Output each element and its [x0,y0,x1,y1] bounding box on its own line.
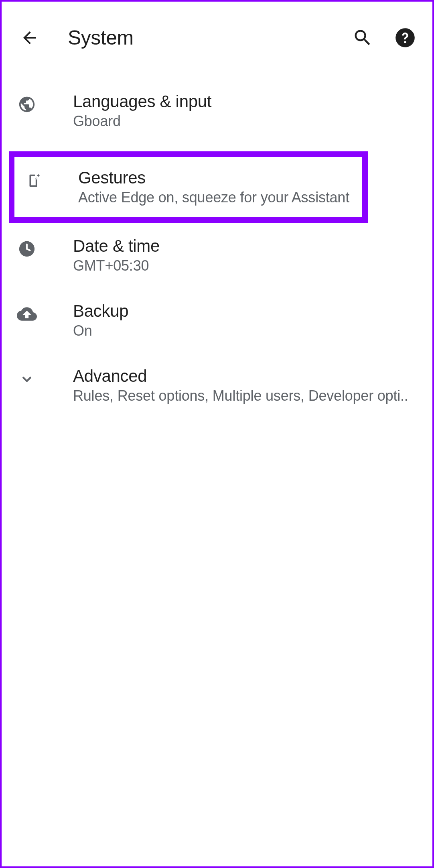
setting-item-gestures[interactable]: Gestures Active Edge on, squeeze for you… [2,143,432,223]
header-actions [351,26,416,49]
setting-subtitle: Rules, Reset options, Multiple users, De… [73,387,416,404]
chevron-down-icon [17,369,37,389]
setting-subtitle: GMT+05:30 [73,257,416,274]
header: System [2,2,432,70]
setting-title: Languages & input [73,92,416,111]
setting-item-backup[interactable]: Backup On [2,288,432,353]
setting-title: Date & time [73,236,416,256]
gesture-icon [24,171,44,191]
search-icon [352,27,373,48]
cloud-upload-icon [17,304,37,324]
setting-subtitle: Active Edge on, squeeze for your Assista… [78,189,352,206]
globe-icon [17,94,37,114]
clock-icon [17,239,37,259]
search-button[interactable] [351,26,374,49]
setting-title: Advanced [73,367,416,386]
setting-subtitle: On [73,322,416,339]
setting-title: Gestures [78,168,352,187]
setting-item-languages[interactable]: Languages & input Gboard [2,78,432,143]
help-button[interactable] [394,26,416,49]
setting-item-advanced[interactable]: Advanced Rules, Reset options, Multiple … [2,353,432,418]
arrow-back-icon [20,28,39,47]
setting-title: Backup [73,302,416,321]
page-title: System [68,26,351,49]
setting-item-datetime[interactable]: Date & time GMT+05:30 [2,223,432,288]
settings-list: Languages & input Gboard Gestures Active… [2,70,432,418]
back-button[interactable] [18,26,42,50]
highlight-annotation: Gestures Active Edge on, squeeze for you… [9,151,368,223]
setting-subtitle: Gboard [73,113,416,130]
help-icon [395,27,416,48]
